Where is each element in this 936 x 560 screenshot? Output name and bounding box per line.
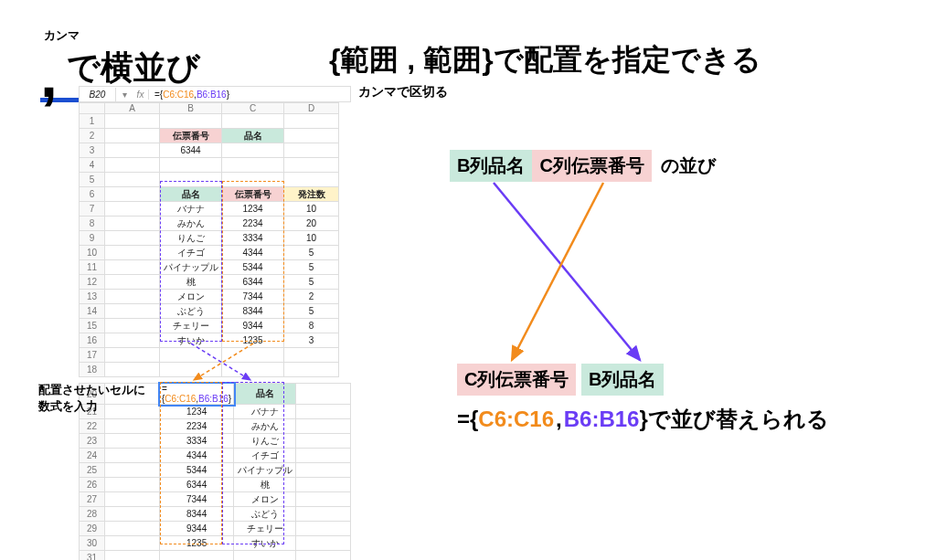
cell[interactable]: [296, 384, 351, 405]
cell[interactable]: 伝票番号: [160, 129, 222, 143]
cell[interactable]: チェリー: [234, 522, 296, 536]
cell[interactable]: [105, 275, 160, 290]
cell[interactable]: 5344: [222, 260, 284, 275]
cell[interactable]: [105, 492, 160, 507]
cell[interactable]: [296, 478, 351, 492]
cell[interactable]: 6344: [160, 478, 234, 492]
cell[interactable]: 20: [284, 217, 339, 231]
cell[interactable]: 10: [284, 202, 339, 217]
cell[interactable]: 8344: [160, 507, 234, 522]
cell[interactable]: 発注数: [284, 187, 339, 202]
cell[interactable]: 2234: [222, 217, 284, 231]
cell[interactable]: 8344: [222, 304, 284, 319]
formula-text[interactable]: ={C6:C16,B6:B16}: [149, 88, 235, 101]
cell[interactable]: 1235: [222, 333, 284, 348]
cell[interactable]: 2234: [160, 419, 234, 434]
cell[interactable]: [222, 143, 284, 158]
cell[interactable]: 1235: [160, 536, 234, 551]
cell[interactable]: [105, 217, 160, 231]
cell[interactable]: [105, 449, 160, 463]
cell[interactable]: みかん: [234, 419, 296, 434]
cell[interactable]: [284, 143, 339, 158]
cell[interactable]: バナナ: [160, 202, 222, 217]
cell[interactable]: 2: [284, 290, 339, 304]
cell[interactable]: [105, 246, 160, 260]
cell[interactable]: [296, 522, 351, 536]
cell[interactable]: [160, 114, 222, 129]
cell[interactable]: [105, 419, 160, 434]
cell[interactable]: 5: [284, 260, 339, 275]
cell[interactable]: [296, 434, 351, 449]
cell[interactable]: [222, 158, 284, 173]
cell[interactable]: りんご: [160, 231, 222, 246]
cell[interactable]: [105, 231, 160, 246]
cell[interactable]: 3334: [222, 231, 284, 246]
dropdown-icon[interactable]: ▾: [116, 90, 133, 100]
cell[interactable]: パイナップル: [160, 260, 222, 275]
cell[interactable]: 6344: [160, 143, 222, 158]
cell[interactable]: [105, 522, 160, 536]
cell[interactable]: 伝票番号: [222, 187, 284, 202]
cell[interactable]: [284, 114, 339, 129]
cell[interactable]: 1234: [222, 202, 284, 217]
cell[interactable]: [105, 536, 160, 551]
cell[interactable]: パイナップル: [234, 463, 296, 478]
cell[interactable]: [105, 202, 160, 217]
cell[interactable]: [105, 348, 160, 363]
cell[interactable]: [284, 129, 339, 143]
cell[interactable]: [105, 187, 160, 202]
cell[interactable]: 4344: [222, 246, 284, 260]
cell[interactable]: [296, 419, 351, 434]
cell[interactable]: [160, 173, 222, 187]
cell[interactable]: 品名: [222, 129, 284, 143]
cell[interactable]: [296, 405, 351, 419]
cell[interactable]: [296, 492, 351, 507]
cell[interactable]: 6344: [222, 275, 284, 290]
cell[interactable]: みかん: [160, 217, 222, 231]
cell[interactable]: 桃: [234, 478, 296, 492]
cell[interactable]: [105, 304, 160, 319]
cell[interactable]: [105, 143, 160, 158]
cell[interactable]: メロン: [234, 492, 296, 507]
cell[interactable]: [105, 478, 160, 492]
grid-top[interactable]: ABCD 12伝票番号品名36344456品名伝票番号発注数7バナナ123410…: [79, 102, 339, 377]
cell[interactable]: 8: [284, 319, 339, 333]
cell[interactable]: [284, 348, 339, 363]
cell[interactable]: 品名: [160, 187, 222, 202]
cell[interactable]: 1234: [160, 405, 234, 419]
cell[interactable]: [105, 290, 160, 304]
cell[interactable]: [105, 114, 160, 129]
cell[interactable]: [105, 551, 160, 561]
cell[interactable]: 5: [284, 275, 339, 290]
cell[interactable]: [234, 551, 296, 561]
fx-icon[interactable]: fx: [133, 90, 149, 100]
cell[interactable]: すいか: [234, 536, 296, 551]
cell[interactable]: ={C6:C16,B6:B16}: [160, 384, 234, 405]
cell[interactable]: イチゴ: [160, 246, 222, 260]
cell[interactable]: [160, 363, 222, 377]
cell[interactable]: [105, 333, 160, 348]
cell[interactable]: 品名: [234, 384, 296, 405]
cell[interactable]: [105, 173, 160, 187]
cell-ref[interactable]: B20: [80, 88, 116, 101]
cell[interactable]: [105, 434, 160, 449]
cell[interactable]: [222, 114, 284, 129]
cell[interactable]: [284, 363, 339, 377]
cell[interactable]: ぶどう: [234, 507, 296, 522]
cell[interactable]: [284, 158, 339, 173]
cell[interactable]: 7344: [222, 290, 284, 304]
cell[interactable]: ぶどう: [160, 304, 222, 319]
cell[interactable]: 5: [284, 246, 339, 260]
cell[interactable]: [160, 158, 222, 173]
cell[interactable]: [105, 129, 160, 143]
cell[interactable]: [105, 260, 160, 275]
cell[interactable]: [296, 551, 351, 561]
cell[interactable]: [222, 363, 284, 377]
cell[interactable]: 7344: [160, 492, 234, 507]
cell[interactable]: [296, 463, 351, 478]
cell[interactable]: 3334: [160, 434, 234, 449]
cell[interactable]: [105, 319, 160, 333]
cell[interactable]: 10: [284, 231, 339, 246]
cell[interactable]: [296, 449, 351, 463]
cell[interactable]: [105, 463, 160, 478]
